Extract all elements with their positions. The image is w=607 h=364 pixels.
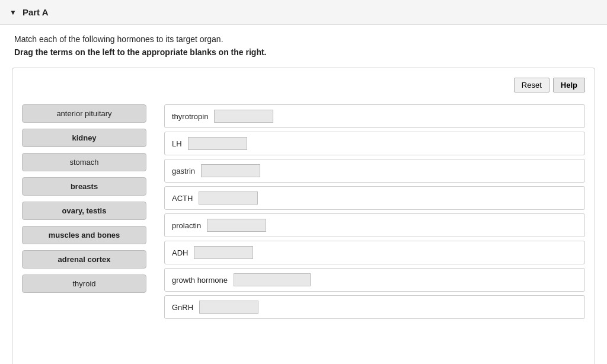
- drop-box-thyrotropin[interactable]: [214, 110, 273, 123]
- chevron-down-icon[interactable]: ▼: [9, 8, 17, 17]
- part-header: ▼ Part A: [0, 0, 607, 25]
- reset-button[interactable]: Reset: [514, 78, 550, 92]
- drop-box-gastrin[interactable]: [201, 164, 260, 177]
- hormone-row-gastrin: gastrin: [164, 159, 585, 183]
- top-buttons: Reset Help: [22, 78, 585, 92]
- hormone-label-gastrin: gastrin: [172, 167, 195, 175]
- term-chip-thyroid[interactable]: thyroid: [22, 274, 146, 293]
- hormone-row-gnrh: GnRH: [164, 295, 585, 319]
- instructions-area: Match each of the following hormones to …: [0, 25, 607, 62]
- hormone-row-acth: ACTH: [164, 186, 585, 210]
- term-chip-muscles-and-bones[interactable]: muscles and bones: [22, 226, 146, 244]
- instruction-line1: Match each of the following hormones to …: [14, 34, 593, 44]
- drop-box-gnrh[interactable]: [199, 301, 258, 314]
- term-chip-adrenal-cortex[interactable]: adrenal cortex: [22, 250, 146, 269]
- term-chip-anterior-pituitary[interactable]: anterior pituitary: [22, 104, 146, 123]
- drop-box-growth-hormone[interactable]: [234, 273, 311, 286]
- hormone-row-lh: LH: [164, 132, 585, 155]
- hormone-row-prolactin: prolactin: [164, 213, 585, 237]
- hormone-row-thyrotropin: thyrotropin: [164, 104, 585, 128]
- part-title: Part A: [23, 7, 49, 17]
- left-terms: anterior pituitarykidneystomachbreastsov…: [22, 104, 146, 319]
- hormone-label-prolactin: prolactin: [172, 221, 201, 230]
- instruction-line2: Drag the terms on the left to the approp…: [14, 47, 593, 57]
- drop-box-lh[interactable]: [188, 137, 247, 150]
- hormone-label-growth-hormone: growth hormone: [172, 276, 228, 285]
- help-button[interactable]: Help: [553, 78, 585, 92]
- hormone-label-thyrotropin: thyrotropin: [172, 112, 208, 121]
- hormone-row-adh: ADH: [164, 241, 585, 264]
- main-container: Reset Help anterior pituitarykidneystoma…: [12, 68, 595, 364]
- hormone-label-acth: ACTH: [172, 194, 193, 203]
- hormone-label-gnrh: GnRH: [172, 303, 193, 312]
- hormone-label-lh: LH: [172, 139, 182, 148]
- right-rows: thyrotropinLHgastrinACTHprolactinADHgrow…: [164, 104, 585, 319]
- hormone-row-growth-hormone: growth hormone: [164, 268, 585, 292]
- drop-box-acth[interactable]: [199, 191, 258, 205]
- term-chip-ovary-testis[interactable]: ovary, testis: [22, 202, 146, 220]
- term-chip-breasts[interactable]: breasts: [22, 177, 146, 196]
- hormone-label-adh: ADH: [172, 248, 188, 257]
- drop-box-prolactin[interactable]: [207, 219, 266, 232]
- drop-box-adh[interactable]: [194, 246, 253, 259]
- term-chip-kidney[interactable]: kidney: [22, 129, 146, 147]
- term-chip-stomach[interactable]: stomach: [22, 153, 146, 171]
- content-area: anterior pituitarykidneystomachbreastsov…: [22, 104, 585, 319]
